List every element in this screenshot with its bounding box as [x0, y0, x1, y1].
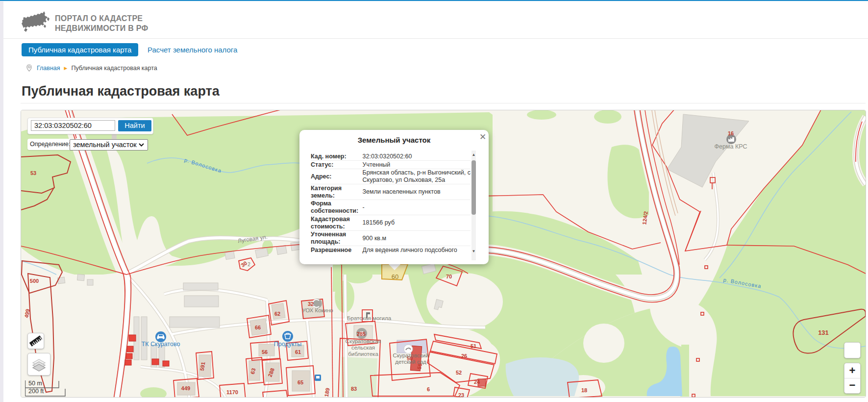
- svg-text:66: 66: [255, 325, 261, 330]
- svg-text:Скуратовская: Скуратовская: [346, 338, 381, 344]
- svg-text:51: 51: [471, 343, 476, 349]
- svg-text:52: 52: [456, 370, 462, 376]
- svg-text:65: 65: [298, 379, 303, 385]
- svg-text:24: 24: [474, 379, 480, 385]
- svg-text:53: 53: [30, 170, 36, 176]
- svg-text:ТК Скуратово: ТК Скуратово: [142, 341, 180, 348]
- svg-text:60: 60: [392, 273, 398, 280]
- svg-text:23: 23: [458, 392, 464, 397]
- svg-text:83: 83: [351, 386, 357, 392]
- svg-text:2: 2: [248, 262, 250, 267]
- svg-text:56: 56: [262, 349, 268, 355]
- svg-text:285: 285: [357, 331, 366, 337]
- svg-text:26: 26: [461, 353, 467, 359]
- svg-text:70: 70: [446, 274, 452, 279]
- svg-text:131: 131: [818, 329, 829, 336]
- svg-text:сельская: сельская: [351, 345, 375, 351]
- svg-text:500: 500: [30, 278, 39, 284]
- svg-text:18: 18: [581, 387, 587, 393]
- svg-text:Скуратовский: Скуратовский: [393, 352, 429, 358]
- svg-text:16: 16: [728, 130, 734, 136]
- svg-text:Продукты: Продукты: [274, 341, 301, 348]
- svg-text:449: 449: [181, 385, 190, 391]
- svg-text:32: 32: [308, 301, 314, 307]
- svg-text:1170: 1170: [226, 389, 238, 395]
- svg-text:детский сад: детский сад: [395, 359, 426, 365]
- svg-text:Братская могила: Братская могила: [347, 315, 392, 321]
- svg-text:61: 61: [295, 349, 301, 355]
- svg-text:62: 62: [274, 311, 280, 317]
- svg-text:библиотека: библиотека: [348, 351, 378, 357]
- svg-text:6: 6: [427, 386, 430, 392]
- svg-text:УОХ Кокино: УОХ Кокино: [302, 307, 333, 313]
- svg-text:Ферма КРС: Ферма КРС: [715, 143, 747, 150]
